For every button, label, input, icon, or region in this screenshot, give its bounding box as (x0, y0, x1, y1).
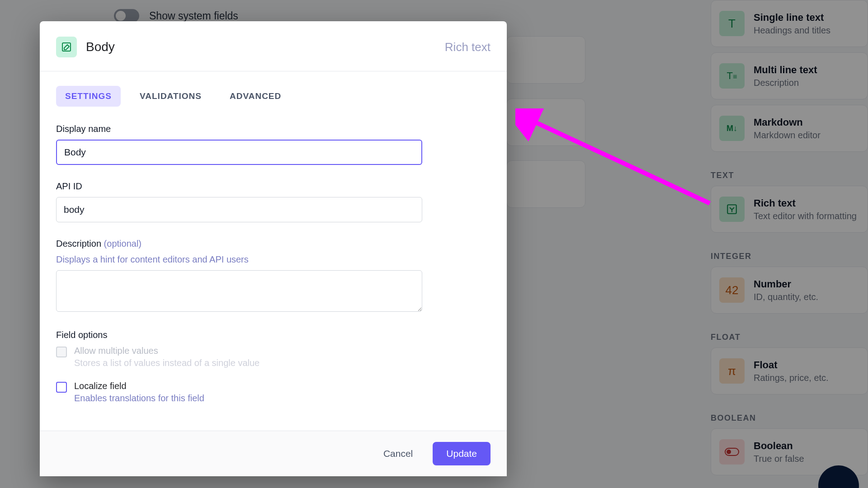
tab-advanced[interactable]: ADVANCED (221, 86, 290, 107)
field-options-group: Field options Allow multiple values Stor… (56, 330, 491, 404)
modal-header: Body Rich text (40, 21, 507, 71)
localize-checkbox[interactable] (56, 382, 67, 393)
cancel-button[interactable]: Cancel (374, 442, 422, 465)
api-id-input[interactable] (56, 197, 422, 222)
update-button[interactable]: Update (433, 442, 491, 465)
allow-multiple-desc: Stores a list of values instead of a sin… (74, 358, 259, 368)
localize-title: Localize field (74, 381, 204, 391)
description-input[interactable] (56, 270, 422, 312)
modal-footer: Cancel Update (40, 431, 507, 476)
allow-multiple-title: Allow multiple values (74, 346, 259, 356)
description-label: Description (optional) (56, 239, 491, 249)
edit-field-modal: Body Rich text SETTINGS VALIDATIONS ADVA… (40, 21, 507, 476)
modal-field-type: Rich text (445, 40, 491, 54)
api-id-group: API ID (56, 181, 491, 222)
rich-text-icon (56, 37, 77, 57)
modal-tabs: SETTINGS VALIDATIONS ADVANCED (56, 86, 491, 107)
display-name-group: Display name (56, 124, 491, 165)
allow-multiple-option: Allow multiple values Stores a list of v… (56, 346, 491, 368)
allow-multiple-checkbox (56, 347, 67, 357)
description-hint: Displays a hint for content editors and … (56, 254, 491, 265)
localize-desc: Enables translations for this field (74, 393, 204, 404)
display-name-input[interactable] (56, 140, 422, 165)
tab-validations[interactable]: VALIDATIONS (131, 86, 211, 107)
localize-option: Localize field Enables translations for … (56, 381, 491, 404)
field-options-label: Field options (56, 330, 491, 340)
modal-title: Body (86, 40, 115, 54)
description-group: Description (optional) Displays a hint f… (56, 239, 491, 314)
modal-body: SETTINGS VALIDATIONS ADVANCED Display na… (40, 71, 507, 431)
api-id-label: API ID (56, 181, 491, 192)
display-name-label: Display name (56, 124, 491, 134)
tab-settings[interactable]: SETTINGS (56, 86, 121, 107)
